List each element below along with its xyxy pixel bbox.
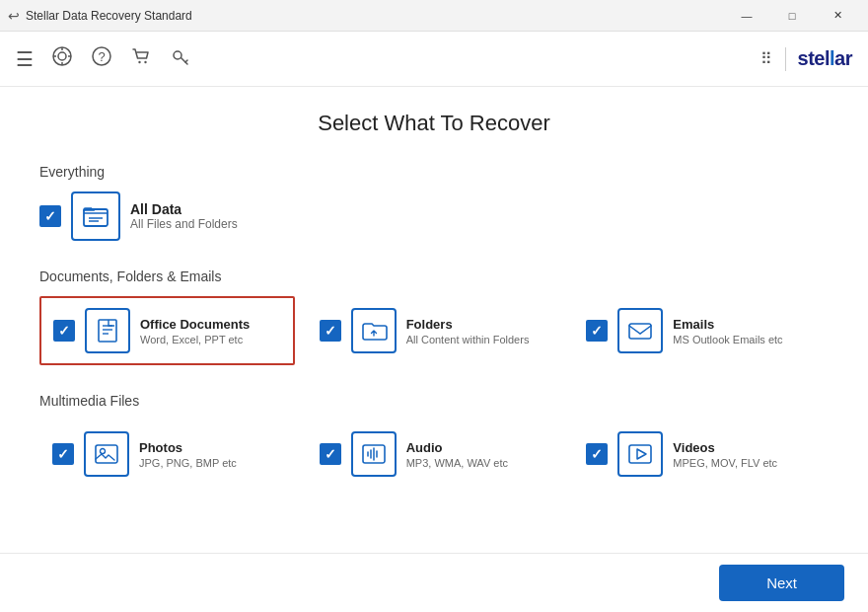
emails-checkbox[interactable]: ✓: [586, 320, 608, 342]
videos-icon-box: [617, 431, 663, 477]
photos-checkbox[interactable]: ✓: [52, 443, 74, 465]
help-icon[interactable]: ?: [91, 45, 112, 72]
emails-text: Emails MS Outlook Emails etc: [673, 317, 782, 345]
stellar-brand-logo: stellar: [798, 47, 852, 70]
svg-point-20: [101, 449, 106, 454]
maximize-button[interactable]: □: [769, 0, 815, 32]
media-section-label: Multimedia Files: [39, 393, 829, 409]
toolbar-right: ⠿ stellar: [760, 47, 852, 71]
photos-subtitle: JPG, PNG, BMP etc: [139, 457, 237, 469]
office-docs-subtitle: Word, Excel, PPT etc: [140, 334, 250, 345]
all-data-info: All Data All Files and Folders: [130, 201, 238, 231]
media-section: Multimedia Files ✓ Photos JPG, PNG, BMP …: [39, 393, 829, 488]
all-data-subtitle: All Files and Folders: [130, 217, 238, 231]
emails-subtitle: MS Outlook Emails etc: [673, 334, 782, 345]
photos-text: Photos JPG, PNG, BMP etc: [139, 440, 237, 469]
footer: Next: [0, 553, 868, 612]
audio-text: Audio MP3, WMA, WAV etc: [406, 440, 508, 469]
next-button[interactable]: Next: [719, 565, 844, 601]
hamburger-menu-icon[interactable]: ☰: [16, 47, 34, 71]
emails-card[interactable]: ✓ Emails MS Outlook Emails etc: [573, 296, 829, 365]
docs-section-label: Documents, Folders & Emails: [39, 268, 829, 284]
photos-title: Photos: [139, 440, 237, 455]
videos-text: Videos MPEG, MOV, FLV etc: [673, 440, 777, 469]
svg-point-1: [58, 52, 66, 60]
everything-section: Everything ✓ All Data All Files and Fold…: [39, 164, 829, 241]
videos-subtitle: MPEG, MOV, FLV etc: [673, 457, 777, 469]
title-bar: ↩ Stellar Data Recovery Standard — □ ✕: [0, 0, 868, 32]
office-documents-card[interactable]: ✓ Office Documents Word, Excel, PPT etc: [39, 296, 295, 365]
videos-card[interactable]: ✓ Videos MPEG, MOV, FLV etc: [573, 421, 829, 488]
all-data-checkbox[interactable]: ✓: [39, 205, 61, 227]
main-content: Select What To Recover Everything ✓ All: [0, 87, 868, 553]
app-back-icon: ↩: [8, 8, 20, 24]
photos-icon-box: [84, 431, 129, 477]
videos-title: Videos: [673, 440, 777, 455]
folders-text: Folders All Content within Folders: [406, 317, 530, 345]
office-docs-checkbox[interactable]: ✓: [53, 320, 75, 342]
folders-title: Folders: [406, 317, 530, 332]
folders-subtitle: All Content within Folders: [406, 334, 530, 345]
apps-grid-icon[interactable]: ⠿: [760, 49, 773, 68]
svg-rect-18: [629, 324, 651, 339]
svg-rect-14: [99, 320, 116, 342]
office-docs-text: Office Documents Word, Excel, PPT etc: [140, 317, 250, 345]
emails-title: Emails: [673, 317, 782, 332]
audio-checkbox[interactable]: ✓: [320, 443, 341, 465]
audio-icon-box: [351, 431, 397, 477]
all-data-icon-box: [71, 191, 120, 241]
minimize-button[interactable]: —: [724, 0, 769, 32]
folders-icon-box: [351, 308, 397, 353]
everything-label: Everything: [39, 164, 829, 180]
key-icon[interactable]: [170, 45, 191, 72]
videos-checkbox[interactable]: ✓: [586, 443, 608, 465]
svg-rect-22: [629, 445, 651, 463]
all-data-row: ✓ All Data All Files and Folders: [39, 191, 829, 241]
close-button[interactable]: ✕: [815, 0, 860, 32]
audio-subtitle: MP3, WMA, WAV etc: [406, 457, 508, 469]
photos-card[interactable]: ✓ Photos JPG, PNG, BMP etc: [39, 421, 295, 488]
window-controls: — □ ✕: [724, 0, 860, 32]
media-items-grid: ✓ Photos JPG, PNG, BMP etc ✓: [39, 421, 829, 488]
office-docs-title: Office Documents: [140, 317, 250, 332]
folders-checkbox[interactable]: ✓: [320, 320, 341, 342]
cart-icon[interactable]: [130, 45, 152, 72]
svg-point-10: [174, 51, 181, 59]
scan-icon[interactable]: [51, 45, 73, 72]
page-title: Select What To Recover: [39, 111, 829, 136]
emails-icon-box: [617, 308, 663, 353]
docs-items-grid: ✓ Office Documents Word, Excel, PPT etc: [39, 296, 829, 365]
toolbar-divider: [785, 47, 786, 71]
all-data-title: All Data: [130, 201, 238, 217]
docs-section: Documents, Folders & Emails ✓: [39, 268, 829, 365]
svg-marker-23: [637, 449, 646, 459]
svg-text:?: ?: [98, 49, 105, 64]
toolbar: ☰ ? ⠿: [0, 32, 868, 87]
audio-title: Audio: [406, 440, 508, 455]
svg-point-8: [138, 61, 140, 63]
office-docs-icon-box: [85, 308, 130, 353]
folders-card[interactable]: ✓ Folders All Content within Folders: [307, 296, 562, 365]
svg-point-9: [144, 61, 146, 63]
window-title: Stellar Data Recovery Standard: [26, 9, 192, 23]
audio-card[interactable]: ✓ Audio MP3, WMA, WAV etc: [307, 421, 562, 488]
